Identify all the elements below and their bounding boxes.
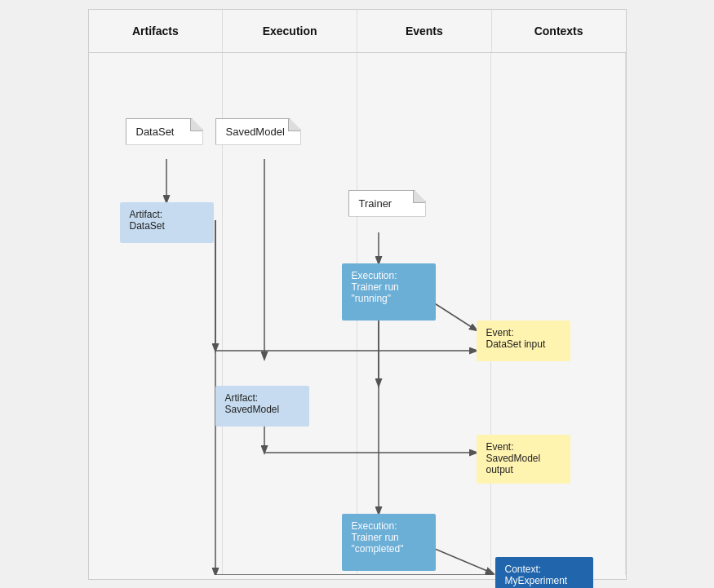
artifact-savedmodel-node: Artifact: SavedModel	[215, 386, 309, 427]
context-myexperiment-node: Context: MyExperiment	[495, 557, 593, 589]
savedmodel-type-node: SavedModel	[215, 118, 301, 145]
diagram-container: Artifacts Execution Events Contexts	[88, 9, 627, 580]
col-header-execution: Execution	[223, 10, 357, 52]
col-header-events: Events	[357, 10, 492, 52]
columns-body: DataSet SavedModel Artifact: DataSet Tra…	[89, 53, 626, 575]
columns-header: Artifacts Execution Events Contexts	[89, 10, 626, 53]
event-savedmodel-output-node: Event: SavedModel output	[477, 435, 570, 484]
execution-completed-node: Execution: Trainer run "completed"	[342, 514, 436, 571]
col-header-artifacts: Artifacts	[89, 10, 224, 52]
event-dataset-input-node: Event: DataSet input	[477, 321, 570, 361]
lane-contexts	[491, 53, 626, 575]
execution-running-node: Execution: Trainer run "running"	[342, 263, 436, 321]
artifact-dataset-node: Artifact: DataSet	[120, 202, 214, 243]
trainer-type-node: Trainer	[348, 190, 426, 217]
col-header-contexts: Contexts	[492, 10, 626, 52]
dataset-type-node: DataSet	[126, 118, 203, 145]
